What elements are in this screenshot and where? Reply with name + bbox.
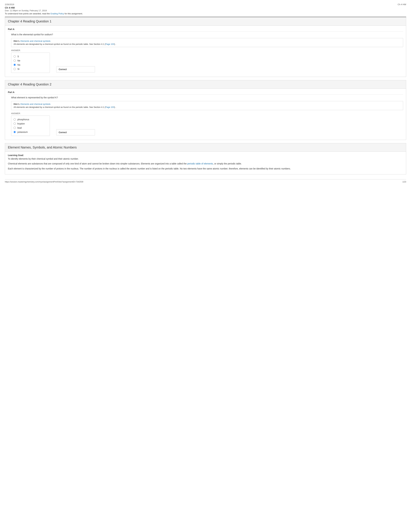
hint-box-1: Hint 1. Elements and chemical symbolsAll…: [11, 38, 403, 47]
footer-page: 1/23: [402, 181, 406, 183]
learning-paragraphs: Chemical elements are substances that ar…: [8, 162, 403, 171]
radio-input-1-3[interactable]: [14, 64, 16, 66]
learning-goal-label: Learning Goal:: [8, 154, 403, 157]
part-container-2: Part AWhat element is represented by the…: [5, 89, 406, 140]
radio-option-1-3[interactable]: Na: [14, 63, 47, 67]
radio-option-2-2[interactable]: krypton: [14, 122, 47, 126]
hint-page-link-2[interactable]: Page 103: [105, 106, 114, 108]
part-label-1: Part A: [8, 28, 403, 32]
radio-label-1-1: S: [17, 55, 19, 58]
radio-label-2-3: lead: [17, 127, 22, 129]
radio-input-2-2[interactable]: [14, 123, 16, 125]
radio-label-2-1: phosphorus: [17, 118, 29, 121]
questions-container: Chapter 4 Reading Question 1Part AWhat i…: [5, 17, 406, 140]
periodic-table-link[interactable]: periodic table of elements: [187, 162, 213, 165]
grading-note: To understand how points are awarded, re…: [5, 12, 406, 15]
radio-label-1-3: Na: [17, 64, 20, 66]
question-section-2: Chapter 4 Reading Question 2Part AWhat e…: [5, 80, 406, 140]
header-date: 2/26/2019: [5, 3, 14, 6]
answer-label-2: ANSWER:: [11, 112, 400, 115]
question-text-1: What is the elemental symbol for sodium?: [11, 33, 403, 36]
question-text-2: What element is represented by the symbo…: [11, 96, 403, 99]
radio-input-1-1[interactable]: [14, 55, 16, 57]
correct-box-1: Correct: [56, 66, 95, 72]
learning-goal-text: To identify elements by their chemical s…: [8, 158, 403, 160]
footer-url: https://session.masteringchemistry.com/m…: [5, 181, 83, 183]
learning-section-header: Element Names, Symbols, and Atomic Numbe…: [5, 143, 406, 152]
hint-label-2: Hint 1.: [14, 103, 20, 105]
radio-option-1-1[interactable]: S: [14, 54, 47, 58]
due-date: Due: 11:59pm on Sunday, February 17, 201…: [5, 9, 406, 12]
radio-input-1-4[interactable]: [14, 68, 16, 70]
question-section-1: Chapter 4 Reading Question 1Part AWhat i…: [5, 17, 406, 77]
grading-policy-link[interactable]: Grading Policy: [50, 12, 64, 15]
learning-para-1: Chemical elements are substances that ar…: [8, 162, 403, 165]
radio-option-1-2[interactable]: Ne: [14, 58, 47, 63]
grading-note-suffix: for this assignment.: [64, 12, 83, 15]
radio-option-1-4[interactable]: Si: [14, 67, 47, 71]
radio-option-2-4[interactable]: potassium: [14, 130, 47, 134]
part-container-1: Part AWhat is the elemental symbol for s…: [5, 26, 406, 77]
hint-label-1: Hint 1.: [14, 40, 20, 42]
question-header-2: Chapter 4 Reading Question 2: [5, 80, 406, 89]
radio-option-2-3[interactable]: lead: [14, 126, 47, 130]
radio-label-1-4: Si: [17, 68, 19, 70]
hint-title-2: Hint 1. Elements and chemical symbols: [14, 103, 401, 105]
header-meta: 2/26/2019 Ch 4 HW: [5, 3, 406, 6]
radio-label-2-4: potassium: [17, 131, 28, 133]
grading-note-prefix: To understand how points are awarded, re…: [5, 12, 50, 15]
hint-page-link-1[interactable]: Page 103: [105, 43, 114, 45]
header-center-title: Ch 4 HW: [398, 3, 406, 6]
assignment-title: Ch 4 HW: [5, 6, 406, 9]
answer-box-1: SNeNaSi: [11, 53, 50, 73]
answer-box-2: phosphoruskryptonleadpotassium: [11, 116, 50, 136]
answer-label-1: ANSWER:: [11, 49, 400, 52]
radio-input-2-1[interactable]: [14, 118, 16, 121]
correct-box-2: Correct: [56, 129, 95, 135]
learning-content: Learning Goal: To identify elements by t…: [5, 152, 406, 174]
question-header-1: Chapter 4 Reading Question 1: [5, 17, 406, 26]
radio-input-2-3[interactable]: [14, 127, 16, 129]
radio-option-2-1[interactable]: phosphorus: [14, 117, 47, 122]
hint-title-1: Hint 1. Elements and chemical symbols: [14, 40, 401, 42]
radio-input-2-4[interactable]: [14, 131, 16, 133]
radio-label-2-2: krypton: [17, 122, 25, 125]
radio-label-1-2: Ne: [17, 59, 20, 62]
hint-text-2: All elements are designated by a chemica…: [14, 106, 401, 108]
learning-para-2: Each element is characterized by the num…: [8, 167, 403, 171]
learning-section: Element Names, Symbols, and Atomic Numbe…: [5, 143, 406, 174]
part-label-2: Part A: [8, 91, 403, 95]
hint-box-2: Hint 1. Elements and chemical symbolsAll…: [11, 101, 403, 110]
hint-text-1: All elements are designated by a chemica…: [14, 43, 401, 45]
radio-input-1-2[interactable]: [14, 59, 16, 62]
hint-link-1[interactable]: Elements and chemical symbols: [20, 40, 50, 42]
hint-link-2[interactable]: Elements and chemical symbols: [20, 103, 50, 105]
footer: https://session.masteringchemistry.com/m…: [5, 179, 406, 183]
